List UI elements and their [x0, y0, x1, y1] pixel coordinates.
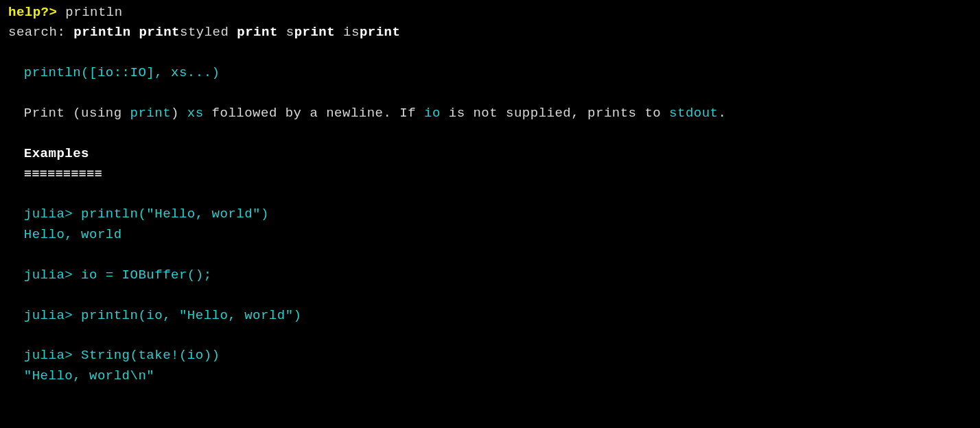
description: Print (using print) xs followed by a new…	[8, 106, 726, 121]
help-prompt-label: help?>	[8, 5, 57, 20]
example-line: julia> io = IOBuffer();	[8, 268, 212, 283]
search-result-0: println	[73, 25, 130, 40]
example-line: Hello, world	[8, 227, 122, 242]
search-label: search:	[8, 25, 65, 40]
example-line	[8, 287, 24, 302]
example-line: julia> println(io, "Hello, world")	[8, 308, 301, 323]
help-prompt-line[interactable]: help?> println	[8, 5, 123, 20]
search-result-1: printstyled	[139, 25, 229, 40]
examples-rule: ≡≡≡≡≡≡≡≡≡≡	[8, 167, 102, 182]
example-line	[8, 328, 24, 343]
signature: println([io::IO], xs...)	[8, 65, 220, 80]
example-line	[8, 247, 24, 262]
search-line: search: println printstyled print sprint…	[8, 25, 400, 40]
examples-heading: Examples	[8, 146, 89, 161]
example-line: "Hello, world\n"	[8, 368, 154, 383]
example-line: julia> String(take!(io))	[8, 348, 220, 363]
example-line: julia> println("Hello, world")	[8, 206, 269, 222]
arg-io: io	[424, 106, 441, 121]
search-result-3: sprint	[286, 25, 335, 40]
search-result-4: isprint	[343, 25, 400, 40]
arg-xs: xs	[187, 106, 204, 121]
search-result-2: print	[237, 25, 278, 40]
help-query-input[interactable]: println	[65, 5, 122, 20]
link-stdout: stdout	[669, 106, 718, 121]
terminal-output: help?> println search: println printstyl…	[8, 3, 972, 386]
link-print: print	[130, 106, 172, 121]
